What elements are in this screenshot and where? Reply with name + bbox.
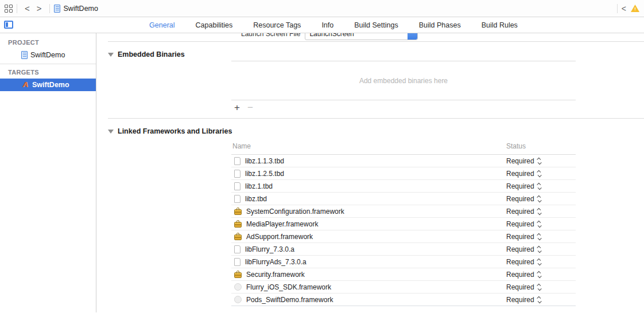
status-stepper[interactable] [538,195,541,202]
status-value: Required [506,170,534,178]
framework-toolbox-icon [234,272,242,278]
table-row[interactable]: AdSupport.framework Required [231,230,576,243]
toolbar-divider [617,4,618,13]
status-value: Required [506,245,534,253]
library-file-icon [234,182,240,190]
launch-screen-combobox[interactable]: LaunchScreen [305,33,418,40]
status-value: Required [506,296,534,304]
framework-toolbox-icon [234,234,242,240]
status-stepper[interactable] [538,170,541,177]
window-toolbar: < > SwiftDemo < ! [0,0,644,17]
forward-button[interactable]: > [33,4,45,13]
status-stepper[interactable] [538,246,541,253]
add-binary-button[interactable]: + [234,103,240,112]
tab-build-phases[interactable]: Build Phases [419,21,461,29]
linked-frameworks-title: Linked Frameworks and Libraries [118,127,232,135]
framework-name: AdSupport.framework [246,233,313,241]
table-row[interactable]: libz.1.2.5.tbd Required [231,167,576,180]
table-row[interactable]: Pods_SwiftDemo.framework Required [231,294,576,306]
linked-frameworks-header: Linked Frameworks and Libraries [108,127,644,135]
window-tab-title[interactable]: SwiftDemo [64,5,98,13]
project-section-header: PROJECT [0,36,96,49]
status-value: Required [506,283,534,291]
sidebar-item-target[interactable]: A SwiftDemo [0,79,96,91]
disclosure-triangle-icon[interactable] [108,53,114,57]
embedded-binaries-table: Add embedded binaries here + − [231,61,576,116]
table-row[interactable]: libFlurry_7.3.0.a Required [231,243,576,256]
table-row[interactable]: libFlurryAds_7.3.0.a Required [231,256,576,268]
status-value: Required [506,233,534,241]
table-row[interactable]: Flurry_iOS_SDK.framework Required [231,281,576,294]
status-stepper[interactable] [538,183,541,190]
status-stepper[interactable] [538,284,541,291]
collapse-button[interactable]: < [622,4,626,13]
tab-general[interactable]: General [149,21,174,29]
section-separator [108,41,644,42]
library-file-icon [234,157,240,165]
remove-binary-button[interactable]: − [247,103,253,112]
table-row[interactable]: libz.tbd Required [231,193,576,205]
embedded-binaries-title: Embedded Binaries [118,50,185,58]
general-pane: Launch Screen File LaunchScreen Embedded… [96,33,644,312]
status-stepper[interactable] [538,158,541,165]
framework-name: libz.tbd [245,195,267,203]
settings-tabs: GeneralCapabilitiesResource TagsInfoBuil… [149,21,518,29]
status-stepper[interactable] [538,208,541,215]
status-value: Required [506,208,534,216]
back-button[interactable]: < [21,4,33,13]
status-value: Required [506,220,534,228]
sidebar-item-project[interactable]: SwiftDemo [0,49,96,61]
table-row[interactable]: libz.1.tbd Required [231,180,576,193]
framework-name: libFlurryAds_7.3.0.a [245,258,307,266]
status-column-header: Status [506,142,576,150]
status-value: Required [506,195,534,203]
framework-placeholder-icon [234,283,242,291]
library-file-icon [234,170,240,178]
framework-name: libz.1.tbd [245,182,273,190]
framework-toolbox-icon [234,209,242,215]
status-stepper[interactable] [538,296,541,303]
embedded-binaries-header: Embedded Binaries [108,50,644,58]
framework-name: libFlurry_7.3.0.a [245,245,294,253]
framework-name: Flurry_iOS_SDK.framework [246,283,331,291]
toolbar-divider [49,4,50,13]
tab-info[interactable]: Info [321,21,333,29]
table-row[interactable]: Security.framework Required [231,268,576,281]
section-separator [108,118,644,119]
embedded-binaries-dropzone[interactable]: Add embedded binaries here [231,61,576,100]
tab-build-settings[interactable]: Build Settings [354,21,398,29]
toolbar-divider [17,4,17,13]
table-row[interactable]: libz.1.1.3.tbd Required [231,155,576,167]
status-value: Required [506,258,534,266]
status-value: Required [506,271,534,279]
status-value: Required [506,157,534,165]
library-file-icon [234,245,240,253]
status-stepper[interactable] [538,233,541,240]
framework-name: libz.1.2.5.tbd [245,170,284,178]
framework-placeholder-icon [234,296,242,303]
status-stepper[interactable] [538,271,541,278]
combo-dropdown-button[interactable] [408,33,417,40]
tab-resource-tags[interactable]: Resource Tags [253,21,301,29]
warning-icon[interactable]: ! [631,5,639,12]
disclosure-triangle-icon[interactable] [108,130,114,134]
sidebar-divider [0,64,96,64]
linked-frameworks-table: Name Status libz.1.1.3.tbd Required libz… [231,139,576,306]
project-item-label: SwiftDemo [30,51,65,59]
framework-name: libz.1.1.3.tbd [245,157,284,165]
status-stepper[interactable] [538,221,541,228]
framework-toolbox-icon [234,222,242,228]
tab-capabilities[interactable]: Capabilities [196,21,233,29]
table-row[interactable]: MediaPlayer.framework Required [231,218,576,230]
launch-screen-label: Launch Screen File [241,33,300,38]
table-header-row: Name Status [231,139,576,154]
navigator-toggle-icon[interactable] [4,21,13,29]
document-icon [54,5,60,13]
tab-build-rules[interactable]: Build Rules [482,21,518,29]
tab-overview-icon[interactable] [5,5,13,13]
launch-screen-row: Launch Screen File LaunchScreen [96,33,644,41]
project-file-icon [21,51,28,59]
status-stepper[interactable] [538,259,541,265]
table-row[interactable]: SystemConfiguration.framework Required [231,205,576,218]
framework-name: Pods_SwiftDemo.framework [246,296,333,304]
